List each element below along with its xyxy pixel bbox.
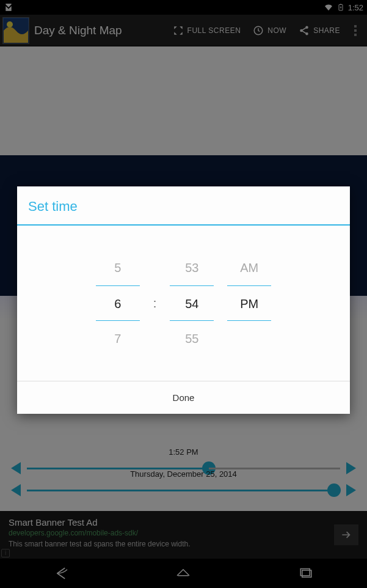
time-colon: : (153, 285, 157, 321)
minute-picker[interactable]: 53 54 55 (170, 250, 214, 356)
time-pickers: 5 6 7 : 53 54 55 AM PM (17, 226, 350, 381)
ampm-prev[interactable]: AM (227, 250, 271, 285)
minute-next[interactable]: 55 (170, 321, 214, 356)
hour-selected[interactable]: 6 (96, 285, 140, 321)
dialog-title: Set time (17, 186, 350, 224)
ampm-selected[interactable]: PM (227, 285, 271, 321)
hour-next[interactable]: 7 (96, 321, 140, 356)
ampm-picker[interactable]: AM PM (227, 250, 271, 356)
minute-selected[interactable]: 54 (170, 285, 214, 321)
set-time-dialog: Set time 5 6 7 : 53 54 55 AM PM Done (17, 186, 350, 414)
hour-picker[interactable]: 5 6 7 (96, 250, 140, 356)
minute-prev[interactable]: 53 (170, 250, 214, 285)
done-button[interactable]: Done (17, 381, 350, 414)
hour-prev[interactable]: 5 (96, 250, 140, 285)
